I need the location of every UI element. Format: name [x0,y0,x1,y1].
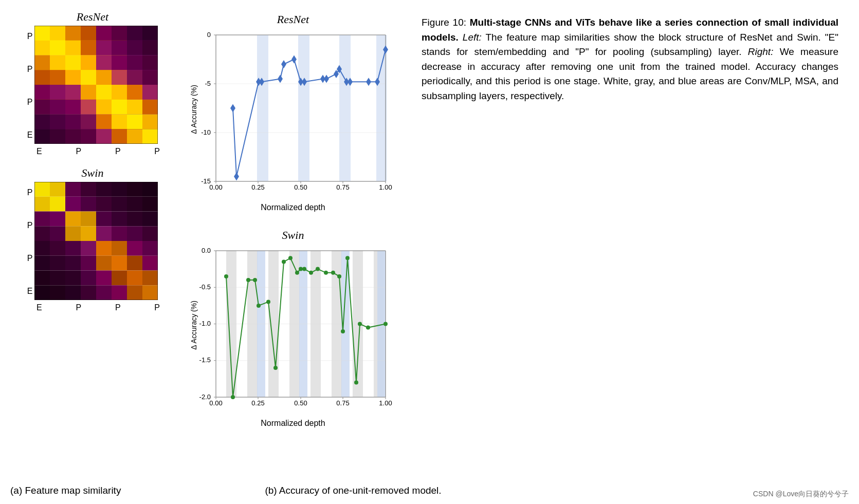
svg-rect-137 [34,285,50,300]
svg-rect-152 [298,35,309,181]
svg-point-258 [337,274,341,278]
svg-rect-21 [112,26,127,41]
svg-rect-54 [127,85,142,100]
svg-text:-1.0: -1.0 [199,320,211,327]
middle-panel: ResNet [180,10,406,494]
swin-x-label-3: P [154,303,160,312]
svg-point-250 [288,256,293,260]
svg-rect-120 [142,241,158,256]
svg-rect-18 [65,26,81,41]
swin-heatmap-title: Swin [82,166,104,180]
svg-rect-94 [112,197,127,212]
svg-rect-48 [34,85,50,100]
svg-rect-50 [65,85,81,100]
svg-text:Δ Accuracy (%): Δ Accuracy (%) [190,301,198,350]
svg-rect-139 [65,285,81,300]
svg-rect-119 [127,241,142,256]
svg-rect-51 [81,85,96,100]
svg-rect-105 [34,226,50,241]
svg-rect-82 [50,182,65,197]
svg-rect-111 [127,226,142,241]
svg-rect-101 [96,212,112,227]
svg-text:0.25: 0.25 [251,399,264,407]
resnet-x-label-0: E [36,147,42,156]
svg-rect-124 [81,256,96,271]
svg-rect-74 [65,129,81,144]
svg-rect-71 [142,115,158,129]
svg-point-246 [257,304,261,308]
svg-rect-110 [112,226,127,241]
svg-rect-70 [127,115,142,129]
figure-italic-left: Left: [459,32,482,43]
svg-rect-93 [96,197,112,212]
resnet-heatmap-svg [34,26,158,144]
svg-rect-117 [96,241,112,256]
svg-rect-125 [96,256,112,271]
svg-rect-28 [96,41,112,55]
svg-point-252 [299,267,303,271]
swin-x-label-0: E [36,303,42,312]
resnet-x-axis-labels: E P P P [36,147,160,156]
svg-rect-113 [34,241,50,256]
svg-rect-89 [34,197,50,212]
swin-chart-section: Swin [180,229,406,450]
svg-rect-44 [96,70,112,85]
resnet-x-label-1: P [76,147,81,156]
svg-rect-20 [96,26,112,41]
svg-rect-87 [127,182,142,197]
svg-point-248 [273,366,278,370]
svg-point-262 [358,322,362,326]
svg-rect-47 [142,70,158,85]
svg-point-260 [345,256,350,260]
resnet-x-label-2: P [115,147,121,156]
svg-rect-112 [142,226,158,241]
svg-rect-129 [34,271,50,286]
svg-rect-136 [142,271,158,286]
svg-rect-130 [50,271,65,286]
caption-a: (a) Feature map similarity [10,485,121,496]
svg-rect-151 [257,35,268,181]
swin-y-label-3: E [27,287,33,296]
svg-rect-131 [65,271,81,286]
right-panel: Figure 10: Multi-stage CNNs and ViTs beh… [411,10,844,494]
swin-x-label-2: P [115,303,121,312]
swin-x-label-1: P [76,303,81,312]
svg-text:0: 0 [207,31,211,39]
svg-point-244 [246,278,250,282]
swin-heatmap-svg [34,182,158,300]
svg-rect-90 [50,197,65,212]
figure-caption: Figure 10: Multi-stage CNNs and ViTs beh… [422,15,838,103]
resnet-chart-xlabel: Normalized depth [261,203,325,212]
svg-rect-103 [127,212,142,227]
svg-rect-35 [81,55,96,70]
svg-rect-79 [142,129,158,144]
resnet-y-label-0: P [27,32,33,41]
svg-rect-19 [81,26,96,41]
left-panel: ResNet P P P E [10,10,175,494]
svg-text:Δ Accuracy (%): Δ Accuracy (%) [190,85,198,134]
svg-point-263 [366,326,370,330]
svg-rect-116 [81,241,96,256]
svg-rect-115 [65,241,81,256]
svg-rect-140 [81,285,96,300]
svg-rect-64 [34,115,50,129]
svg-text:1.00: 1.00 [379,183,392,191]
svg-rect-26 [65,41,81,55]
svg-rect-88 [142,182,158,197]
svg-point-255 [316,267,320,271]
svg-rect-77 [112,129,127,144]
svg-rect-36 [96,55,112,70]
svg-rect-31 [142,41,158,55]
resnet-chart-section: ResNet [180,13,406,234]
svg-rect-55 [142,85,158,100]
svg-rect-102 [112,212,127,227]
svg-rect-108 [81,226,96,241]
svg-rect-98 [50,212,65,227]
svg-rect-132 [81,271,96,286]
svg-point-254 [309,271,313,275]
svg-rect-135 [127,271,142,286]
resnet-y-axis-labels: P P P E [27,27,33,145]
svg-rect-104 [142,212,158,227]
svg-rect-39 [142,55,158,70]
svg-rect-153 [339,35,351,181]
